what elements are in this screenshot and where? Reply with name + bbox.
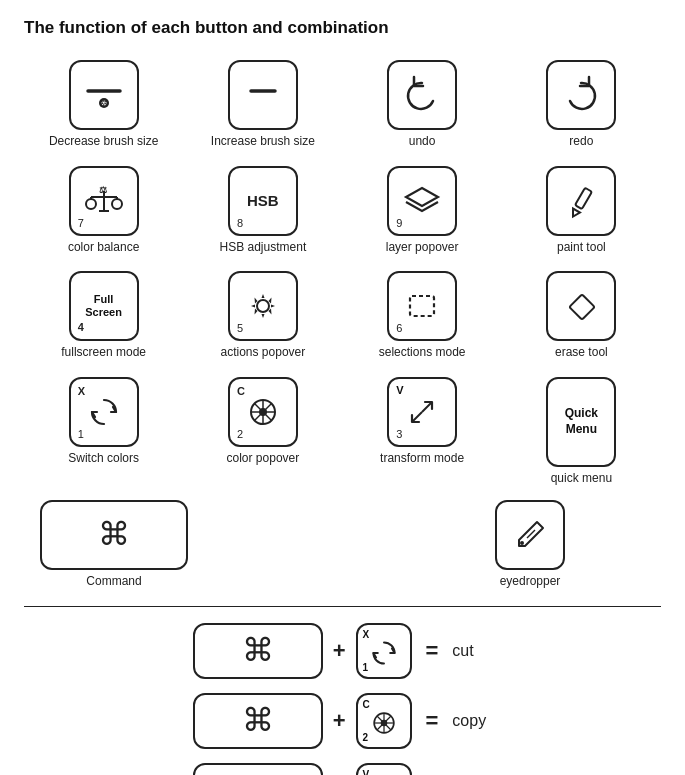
hsb-num: 8: [237, 217, 243, 229]
layer-num: 9: [396, 217, 402, 229]
undo-box: [387, 60, 457, 130]
svg-text:⌘: ⌘: [98, 516, 130, 552]
fullscreen-num: 4: [78, 321, 84, 334]
copy-result: copy: [452, 712, 492, 730]
switch-colors-box: 1 X: [69, 377, 139, 447]
paint-tool-cell: paint tool: [502, 162, 661, 260]
transform-num: 3: [396, 428, 402, 440]
decrease-brush-box: ✲: [69, 60, 139, 130]
past-combo: ⌘ + 3 V = past: [193, 763, 493, 775]
undo-icon: [400, 73, 444, 117]
erase-box: [546, 271, 616, 341]
svg-rect-17: [410, 296, 434, 316]
actions-popover-cell: 5 actions popover: [183, 267, 342, 365]
cut-switch-key: 1 X: [356, 623, 412, 679]
color-balance-num: 7: [78, 217, 84, 229]
paint-tool-box: [546, 166, 616, 236]
color-popover-icon: [246, 395, 280, 429]
quick-menu-cell: QuickMenu quick menu: [502, 373, 661, 491]
switch-num: 1: [78, 428, 84, 440]
erase-label: erase tool: [555, 345, 608, 361]
eyedropper-box: [495, 500, 565, 570]
copy-combo: ⌘ + 2 C = copy: [193, 693, 493, 749]
hsb-cell: 8 HSB HSB adjustment: [183, 162, 342, 260]
actions-popover-icon: [244, 287, 282, 325]
svg-point-7: [86, 199, 96, 209]
switch-colors-cell: 1 X Switch colors: [24, 373, 183, 491]
cut-equals: =: [426, 638, 439, 664]
command-box: ⌘: [40, 500, 188, 570]
cut-cmd-key: ⌘: [193, 623, 323, 679]
layer-popover-icon: [402, 183, 442, 219]
erase-cell: erase tool: [502, 267, 661, 365]
svg-rect-18: [570, 294, 595, 319]
transform-box: 3 V: [387, 377, 457, 447]
paint-tool-label: paint tool: [557, 240, 606, 256]
eyedropper-label: eyedropper: [500, 574, 561, 590]
color-balance-label: color balance: [68, 240, 139, 256]
page-title: The function of each button and combinat…: [24, 18, 661, 38]
cut-plus: +: [333, 638, 346, 664]
layer-popover-box: 9: [387, 166, 457, 236]
copy-color-icon: [370, 709, 398, 737]
copy-equals: =: [426, 708, 439, 734]
layer-popover-cell: 9 layer popover: [343, 162, 502, 260]
actions-popover-box: 5: [228, 271, 298, 341]
fullscreen-box: 4 FullScreen: [69, 271, 139, 341]
selections-label: selections mode: [379, 345, 466, 361]
redo-label: redo: [569, 134, 593, 150]
layer-popover-label: layer popover: [386, 240, 459, 256]
increase-brush-icon: [241, 77, 285, 113]
eyedropper-cell: eyedropper: [489, 496, 571, 594]
transform-cell: 3 V transform mode: [343, 373, 502, 491]
cut-switch-icon: [369, 638, 399, 668]
quick-menu-box: QuickMenu: [546, 377, 616, 467]
hsb-box: 8 HSB: [228, 166, 298, 236]
button-grid: ✲ Decrease brush size Increase brush siz…: [24, 56, 661, 490]
color-balance-icon: ⚖: [83, 183, 125, 219]
actions-num: 5: [237, 322, 243, 334]
switch-letter: X: [78, 385, 85, 397]
selections-cell: 6 selections mode: [343, 267, 502, 365]
erase-icon: [561, 286, 601, 326]
svg-text:⌘: ⌘: [242, 632, 274, 668]
increase-brush-label: Increase brush size: [211, 134, 315, 150]
quick-menu-text: QuickMenu: [565, 406, 598, 437]
fullscreen-cell: 4 FullScreen fullscreen mode: [24, 267, 183, 365]
increase-brush-cell: Increase brush size: [183, 56, 342, 154]
actions-popover-label: actions popover: [221, 345, 306, 361]
past-transform-key: 3 V: [356, 763, 412, 775]
selections-icon: [402, 288, 442, 324]
cut-combo: ⌘ + 1 X = cut: [193, 623, 493, 679]
transform-label: transform mode: [380, 451, 464, 467]
combos-section: ⌘ + 1 X = cut ⌘ + 2 C: [24, 623, 661, 775]
switch-colors-icon: [87, 395, 121, 429]
decrease-brush-label: Decrease brush size: [49, 134, 158, 150]
svg-point-16: [257, 300, 269, 312]
section-divider: [24, 606, 661, 607]
copy-cmd-key: ⌘: [193, 693, 323, 749]
undo-label: undo: [409, 134, 436, 150]
svg-point-24: [259, 408, 267, 416]
redo-cell: redo: [502, 56, 661, 154]
copy-plus: +: [333, 708, 346, 734]
svg-point-8: [112, 199, 122, 209]
svg-marker-15: [570, 208, 580, 218]
copy-color-key: 2 C: [356, 693, 412, 749]
svg-point-28: [520, 541, 524, 545]
selections-num: 6: [396, 322, 402, 334]
redo-box: [546, 60, 616, 130]
transform-icon: [405, 395, 439, 429]
decrease-brush-icon: ✲: [82, 77, 126, 113]
svg-line-25: [422, 402, 432, 412]
fullscreen-text: FullScreen: [85, 293, 122, 319]
svg-marker-13: [406, 188, 438, 206]
color-popover-num: 2: [237, 428, 243, 440]
color-popover-box: 2 C: [228, 377, 298, 447]
svg-text:✲: ✲: [100, 98, 108, 108]
hsb-label: HSB adjustment: [220, 240, 307, 256]
svg-text:⚖: ⚖: [99, 185, 107, 195]
svg-point-37: [380, 720, 387, 727]
hsb-text-icon: HSB: [247, 192, 279, 209]
decrease-brush-cell: ✲ Decrease brush size: [24, 56, 183, 154]
